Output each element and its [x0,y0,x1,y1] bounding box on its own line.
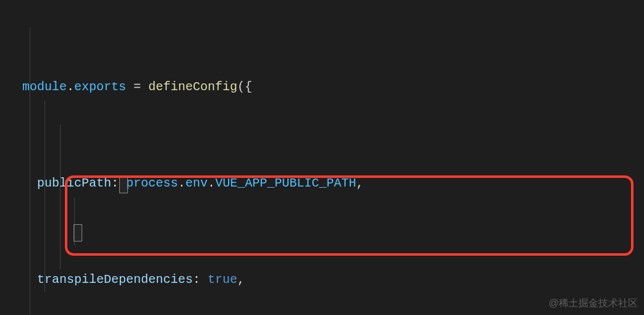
token-dot: . [67,80,74,94]
token-defineConfig: defineConfig [148,80,237,94]
token-open: ({ [237,80,252,94]
token-module: module [22,80,67,94]
code-line: publicPath: process.env.VUE_APP_PUBLIC_P… [7,171,644,195]
token-dot: . [208,176,215,190]
code-editor[interactable]: module.exports = defineConfig({ publicPa… [0,0,644,315]
token-env: env [185,176,208,190]
bracket-match-open [119,176,128,193]
token-comma: , [356,176,363,190]
token-exports: exports [74,80,126,94]
token-eq: = [126,80,148,94]
token-colon: : [193,272,208,287]
token-process: process [126,176,178,190]
code-line: module.exports = defineConfig({ [7,75,644,99]
watermark: @稀土掘金技术社区 [549,293,638,313]
token-comma: , [237,272,245,287]
bracket-match-close [74,224,82,242]
token-true: true [208,272,237,287]
token-vue-const: VUE_APP_PUBLIC_PATH [215,176,356,190]
token-transpile: transpileDependencies [37,272,193,287]
token-dot: . [178,176,185,190]
code-line: transpileDependencies: true, [7,267,644,292]
token-publicPath: publicPath [37,176,111,190]
